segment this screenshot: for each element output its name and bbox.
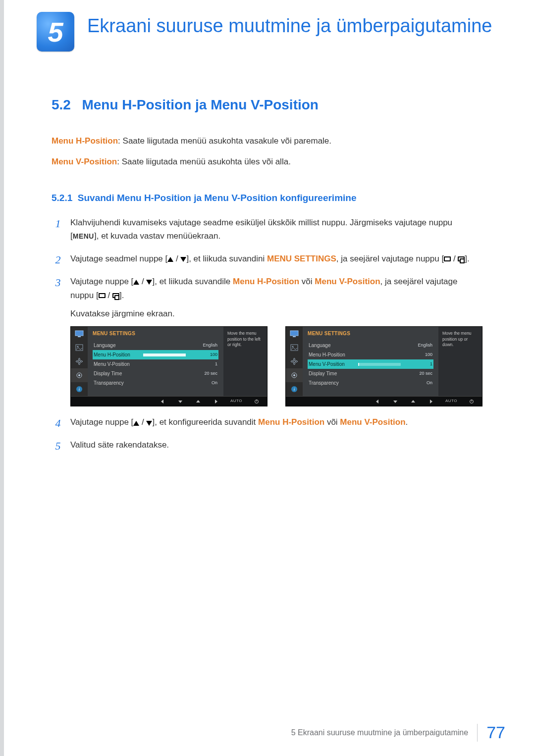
osd-row-language: LanguageEnglish: [93, 341, 218, 350]
step-4-c: .: [406, 417, 408, 427]
osd-button-bar: AUTO: [286, 396, 482, 406]
svg-point-5: [78, 374, 80, 376]
step-3-a: Vajutage nuppe [: [70, 277, 133, 286]
slider-icon: [358, 363, 401, 366]
move-icon: [71, 354, 88, 368]
osd-row-transparency: TransparencyOn: [308, 378, 433, 388]
picture-icon: [286, 341, 303, 354]
osd-screenshot-h: i MENU SETTINGS LanguageEnglish Menu H-P…: [70, 326, 268, 406]
osd-nav: i: [286, 327, 303, 396]
enter-icon: [458, 256, 465, 261]
power-icon: [468, 399, 475, 404]
osd-row: i MENU SETTINGS LanguageEnglish Menu H-P…: [70, 326, 482, 406]
step-3-e: Kuvatakse järgmine ekraan.: [70, 307, 482, 320]
page: 5 Ekraani suuruse muutmine ja ümberpaigu…: [0, 0, 535, 756]
osd-row-display-time: Display Time20 sec: [93, 369, 218, 378]
osd-row-h-pos: Menu H-Position100: [93, 350, 218, 359]
step-2-d: ].: [465, 254, 469, 263]
page-margin-line: [0, 0, 4, 756]
svg-rect-0: [75, 331, 83, 336]
step-1: 1 Klahvijuhendi kuvamiseks vajutage sead…: [52, 216, 482, 243]
page-footer: 5 Ekraani suuruse muutmine ja ümberpaigu…: [0, 723, 535, 742]
svg-point-13: [292, 346, 294, 348]
section-heading: 5.2 Menu H-Position ja Menu V-Position: [52, 97, 482, 113]
osd-title: MENU SETTINGS: [93, 330, 218, 338]
up-icon: [133, 416, 139, 429]
step-number: 2: [52, 251, 64, 268]
section-number: 5.2: [52, 97, 71, 113]
up-icon: [410, 399, 417, 404]
osd-tooltip: Move the menu position to the left or ri…: [223, 327, 267, 396]
picture-icon: [71, 341, 88, 354]
monitor-icon: [286, 327, 303, 341]
osd-screenshot-v: i MENU SETTINGS LanguageEnglish Menu H-P…: [285, 326, 482, 406]
source-icon: [444, 256, 451, 261]
enter-icon: [112, 293, 119, 298]
step-number: 4: [52, 414, 64, 432]
step-2-c: , ja seejärel vajutage nuppu [: [336, 254, 444, 263]
step-1-b: ], et kuvada vastav menüüekraan.: [94, 231, 220, 241]
auto-label: AUTO: [230, 398, 242, 404]
down-icon: [180, 252, 186, 265]
svg-rect-1: [78, 336, 81, 337]
subsection-number: 5.2.1: [52, 193, 72, 203]
svg-point-15: [293, 374, 295, 376]
step-5: 5 Valitud säte rakendatakse.: [52, 438, 482, 452]
chapter-number: 5: [48, 16, 63, 48]
svg-rect-10: [290, 331, 298, 336]
osd-row-language: LanguageEnglish: [308, 341, 433, 350]
steps-list: 1 Klahvijuhendi kuvamiseks vajutage sead…: [52, 216, 482, 452]
v-pos-label: Menu V-Position: [340, 417, 405, 427]
step-3: 3 Vajutage nuppe [ / ], et liikuda suvan…: [52, 275, 482, 406]
intro-v: Menu V-Position: Saate liigutada menüü a…: [52, 155, 482, 168]
source-icon: [99, 293, 106, 298]
osd-row-h-pos: Menu H-Position100: [308, 350, 433, 359]
svg-rect-12: [291, 345, 298, 351]
h-pos-label: Menu H-Position: [258, 417, 324, 427]
osd-row-v-pos: Menu V-Position1: [93, 359, 218, 369]
step-2-a: Vajutage seadmel nuppe [: [70, 254, 167, 263]
right-icon: [428, 399, 434, 404]
osd-title: MENU SETTINGS: [308, 330, 433, 338]
osd-row-v-pos: Menu V-Position1: [308, 359, 433, 369]
osd-tooltip: Move the menu position up or down.: [438, 327, 482, 396]
subsection-heading: 5.2.1 Suvandi Menu H-Position ja Menu V-…: [52, 191, 482, 205]
up-icon: [167, 252, 173, 265]
right-icon: [213, 399, 219, 404]
step-3-or: või: [299, 277, 315, 286]
down-icon: [146, 275, 152, 289]
menu-key-icon: MENU: [73, 232, 94, 240]
chapter-badge: 5: [37, 12, 74, 51]
section-body: 5.2 Menu H-Position ja Menu V-Position M…: [52, 97, 482, 460]
step-3-d: ].: [119, 291, 124, 300]
h-pos-label: Menu H-Position: [233, 277, 299, 286]
step-number: 1: [52, 215, 64, 232]
left-icon: [159, 399, 166, 404]
info-icon: i: [71, 382, 88, 396]
subsection-title: Suvandi Menu H-Position ja Menu V-Positi…: [78, 193, 357, 203]
svg-rect-11: [293, 336, 296, 337]
v-pos-label: Menu V-Position: [315, 277, 380, 286]
chapter-title: Ekraani suuruse muutmine ja ümberpaiguta…: [87, 15, 493, 38]
footer-separator: [477, 724, 478, 742]
intro-v-desc: : Saate liigutada menüü asukohta üles võ…: [117, 157, 291, 166]
osd-row-transparency: TransparencyOn: [93, 378, 218, 388]
osd-list: LanguageEnglish Menu H-Position100 Menu …: [93, 341, 218, 388]
slider-icon: [143, 353, 186, 356]
left-icon: [374, 399, 381, 404]
power-icon: [253, 399, 260, 404]
svg-point-3: [77, 346, 79, 348]
step-4-b: ], et konfigureerida suvandit: [152, 417, 258, 427]
intro-h-desc: : Saate liigutada menüü asukohta vasakul…: [118, 136, 331, 146]
osd-list: LanguageEnglish Menu H-Position100 Menu …: [308, 341, 433, 388]
footer-text: 5 Ekraani suuruse muutmine ja ümberpaigu…: [291, 728, 469, 737]
section-title: Menu H-Position ja Menu V-Position: [82, 97, 319, 112]
step-number: 3: [52, 274, 64, 291]
info-icon: i: [286, 382, 303, 396]
intro-v-label: Menu V-Position: [52, 157, 117, 166]
step-5-text: Valitud säte rakendatakse.: [70, 440, 169, 450]
monitor-icon: [71, 327, 88, 341]
auto-label: AUTO: [445, 398, 457, 404]
intro-h: Menu H-Position: Saate liigutada menüü a…: [52, 135, 482, 148]
osd-nav: i: [71, 327, 88, 396]
